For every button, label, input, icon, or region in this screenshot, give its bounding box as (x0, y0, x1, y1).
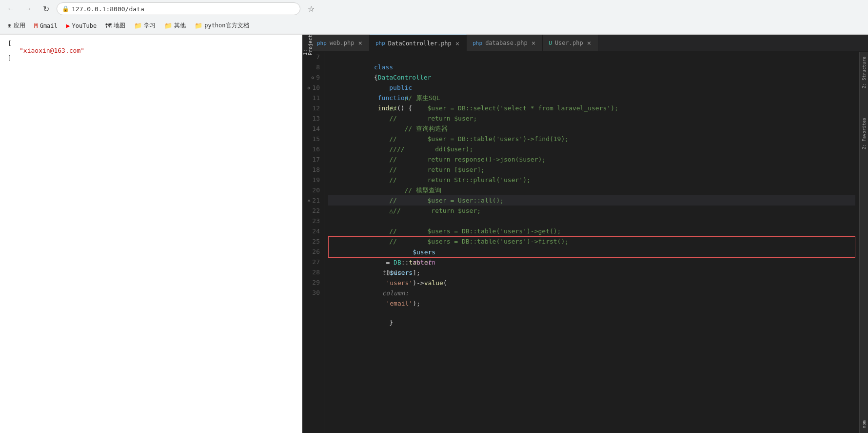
tab-datacontroller-icon: php (375, 40, 385, 46)
line-num-27: 27 (306, 257, 320, 267)
code-line-9: public function index() { (328, 72, 855, 82)
bookmark-other-label: 其他 (174, 21, 186, 30)
tab-database-php[interactable]: php database.php × (467, 35, 543, 51)
bookmark-youtube-label: YouTube (72, 22, 97, 29)
fn-value: value (424, 279, 443, 287)
gutter-diamond-9: ◇ (311, 72, 314, 82)
bookmark-study[interactable]: 📁 学习 (130, 20, 159, 32)
code-line-20: // $user = User::all(); (328, 185, 855, 195)
code-line-23: // $users = DB::table('users')->get(); (328, 216, 855, 226)
address-bar[interactable]: 🔒 127.0.0.1:8000/data (57, 2, 300, 15)
bookmark-python-label: python官方文档 (204, 21, 249, 30)
code-line-12: // return $user; (328, 103, 855, 113)
code-line-17: // return [$user]; (328, 154, 855, 165)
line-num-16: 16 (306, 144, 320, 154)
code-line-25: $users = DB::table( table: 'users')->val… (329, 237, 855, 247)
line-num-22: 22 (306, 206, 320, 216)
structure-panel-label[interactable]: 2: Structure (862, 55, 867, 90)
right-side-panel: 2: Structure 2: Favorites npm (859, 52, 868, 433)
line-num-25: 25 (306, 236, 320, 247)
code-line-27 (328, 287, 855, 297)
bookmark-apps[interactable]: ⊞ 应用 (4, 20, 29, 32)
code-line-10: // 原生SQL (328, 82, 855, 93)
gmail-icon: M (34, 22, 38, 29)
tab-user-close[interactable]: × (586, 40, 592, 46)
code-line-16: // return response()->json($user); (328, 144, 855, 154)
json-open-bracket: [ (8, 40, 294, 47)
lock-icon: 🔒 (62, 5, 69, 12)
main-layout: [ "xiaoxin@163.com" ] 1: Project php web… (0, 35, 868, 433)
bookmark-python[interactable]: 📁 python官方文档 (191, 20, 253, 32)
tab-database-label: database.php (485, 40, 528, 46)
tab-web-php-icon: php (317, 40, 327, 46)
browser-content: [ "xiaoxin@163.com" ] (0, 35, 302, 433)
line-num-18: 18 (306, 165, 320, 175)
code-line-19: // 模型查询 (328, 175, 855, 185)
browser-chrome: ← → ↻ 🔒 127.0.0.1:8000/data ☆ ⊞ 应用 M Gma… (0, 0, 868, 35)
code-editor: 1: Project php web.php × php DataControl… (302, 35, 868, 433)
str-users: 'users' (386, 279, 413, 287)
gutter-triangle-21: △ (308, 195, 310, 206)
code-line-14: // $user = DB::table('users')->find(19); (328, 124, 855, 134)
code-line-29: } (328, 307, 855, 317)
json-email: "xiaoxin@163.com" (20, 47, 84, 54)
line-num-23: 23 (306, 216, 320, 226)
gutter-diamond-10: ◇ (307, 82, 310, 93)
tab-web-php[interactable]: php web.php × (311, 35, 370, 51)
bookmark-gmail-label: Gmail (40, 22, 58, 29)
line-num-28: 28 (306, 267, 320, 277)
line-num-29: 29 (306, 277, 320, 288)
code-line-13: // 查询构造器 (328, 113, 855, 124)
line-num-10: ◇10 (306, 82, 320, 93)
code-line-18: // return Str::plural('user'); (328, 165, 855, 175)
editor-tabs: 1: Project php web.php × php DataControl… (302, 35, 868, 52)
kw-return-26: return (413, 259, 435, 266)
line-num-20: 20 (306, 185, 320, 195)
line-num-17: 17 (306, 154, 320, 165)
var-users-26: $users (390, 269, 413, 276)
forward-button[interactable]: → (21, 2, 35, 16)
bookmark-gmail[interactable]: M Gmail (30, 20, 61, 31)
line-num-8: 8 (306, 62, 320, 72)
bookmark-other[interactable]: 📁 其他 (160, 20, 190, 32)
apps-icon: ⊞ (8, 22, 12, 29)
line-num-9: ◇9 (306, 72, 320, 82)
code-line-28 (328, 297, 855, 307)
tab-datacontroller-label: DataController.php (388, 40, 452, 47)
line-num-24: 24 (306, 226, 320, 236)
tab-datacontroller-close[interactable]: × (454, 40, 460, 47)
bookmark-apps-label: 应用 (14, 21, 25, 30)
maps-icon: 🗺 (105, 22, 112, 29)
line-num-15: 15 (306, 134, 320, 144)
reload-button[interactable]: ↻ (39, 2, 53, 16)
bookmark-star-button[interactable]: ☆ (304, 2, 318, 16)
tab-web-php-close[interactable]: × (357, 40, 363, 46)
tab-datacontroller-php[interactable]: php DataController.php × (370, 35, 467, 51)
code-line-30 (328, 317, 855, 328)
back-button[interactable]: ← (4, 2, 18, 16)
bookmark-maps[interactable]: 🗺 地图 (101, 20, 129, 32)
highlighted-box: $users = DB::table( table: 'users')->val… (328, 236, 855, 258)
line-num-19: 19 (306, 175, 320, 185)
line-num-30: 30 (306, 288, 320, 298)
favorites-panel-label[interactable]: 2: Favorites (862, 116, 867, 151)
code-content: class DataController { public function i… (324, 52, 859, 433)
json-value: "xiaoxin@163.com" (8, 47, 294, 54)
code-area[interactable]: 7 8 ◇9 ◇10 11 12 13 14 15 16 17 18 19 20… (302, 52, 859, 433)
tab-web-php-label: web.php (330, 40, 355, 46)
code-line-22 (328, 206, 855, 216)
tab-database-close[interactable]: × (531, 40, 536, 46)
tab-user-icon: U (549, 40, 552, 46)
tab-user-label: User.php (555, 40, 583, 46)
line-num-11: 11 (306, 93, 320, 103)
bookmark-study-label: 学习 (144, 21, 156, 30)
project-panel-toggle[interactable]: 1: Project (302, 35, 311, 51)
tab-user-php[interactable]: U User.php × (543, 35, 598, 51)
line-num-21: △21 (306, 195, 320, 206)
line-num-14: 14 (306, 124, 320, 134)
npm-panel-label[interactable]: npm (862, 418, 867, 430)
bookmarks-bar: ⊞ 应用 M Gmail ▶ YouTube 🗺 地图 📁 学习 📁 其他 📁 … (0, 18, 868, 34)
line-num-7: 7 (306, 52, 320, 62)
line-num-12: 12 (306, 103, 320, 113)
bookmark-youtube[interactable]: ▶ YouTube (62, 20, 100, 31)
